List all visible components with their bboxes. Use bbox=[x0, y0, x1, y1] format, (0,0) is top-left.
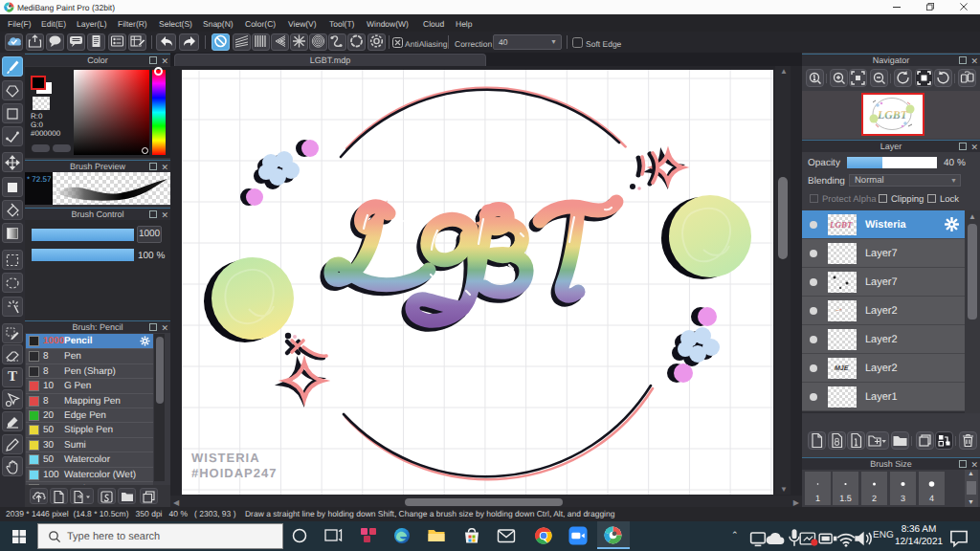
svg-text:~*: ~* bbox=[835, 308, 842, 315]
svg-text:LGBT: LGBT bbox=[877, 108, 908, 121]
svg-text:MJE: MJE bbox=[835, 365, 849, 372]
svg-text:#HOIDAP247: #HOIDAP247 bbox=[191, 466, 277, 480]
svg-text:LGBT: LGBT bbox=[829, 220, 853, 230]
svg-text:WISTERIA: WISTERIA bbox=[191, 451, 260, 465]
